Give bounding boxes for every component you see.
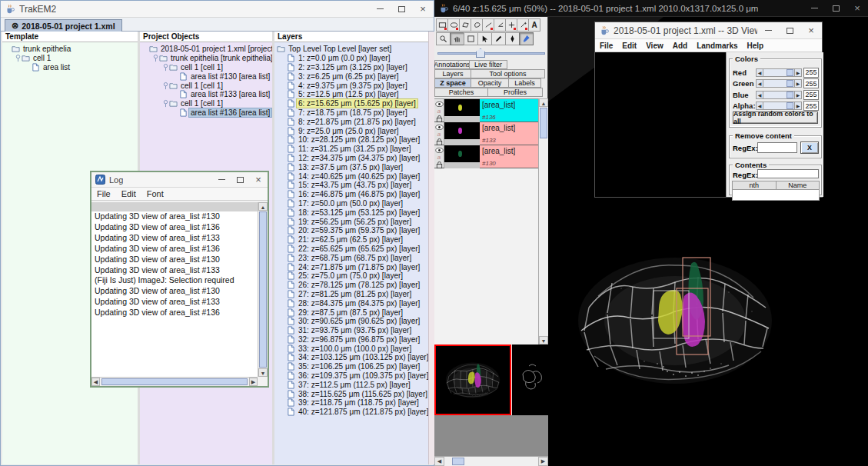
tab-tool-options[interactable]: Tool options (471, 69, 545, 78)
tab-patches[interactable]: Patches (434, 88, 488, 97)
polygon-tool-button[interactable] (459, 18, 471, 32)
slider-thumb[interactable] (787, 69, 793, 76)
remove-regex-input[interactable] (757, 142, 797, 153)
secondary-thumbnail[interactable] (512, 345, 548, 415)
red-slider[interactable]: ◀▶ (756, 68, 802, 77)
log-vscrollbar[interactable]: ▲ ▼ (258, 202, 268, 377)
maximize-button[interactable] (779, 22, 800, 38)
zspace-scrollbar[interactable]: ▲ ▼ (538, 98, 548, 345)
display-window-titlebar[interactable]: 6/40 z:15.625 μm (50%) -- 2018-05-01 pro… (434, 0, 868, 17)
expand-toggle-icon[interactable] (162, 63, 169, 72)
wand-tool-button[interactable] (517, 18, 529, 32)
expand-toggle-icon[interactable] (162, 99, 169, 108)
tree-node[interactable]: cell 1 [cell 1] (140, 63, 272, 72)
maximize-button[interactable] (231, 172, 249, 187)
freehand-tool-button[interactable] (471, 18, 483, 32)
layer-node[interactable]: 5: z=12.5 μm (12.5 px) [layer] (274, 90, 428, 99)
layer-node[interactable]: 32: z=96.875 μm (96.875 px) [layer] (274, 335, 428, 345)
viewer3d-menu-help[interactable]: Help (743, 42, 769, 50)
layer-node[interactable]: 4: z=9.375 μm (9.375 px) [layer] (274, 81, 428, 90)
close-button[interactable]: × (249, 172, 268, 187)
minimize-button[interactable] (757, 22, 779, 38)
maximize-button[interactable] (825, 0, 846, 16)
layer-node[interactable]: 8: z=21.875 μm (21.875 px) [layer] (274, 117, 428, 126)
log-menu-edit[interactable]: Edit (116, 189, 141, 198)
alpha-icon[interactable]: a (437, 131, 441, 138)
maximize-button[interactable] (391, 1, 412, 17)
slider-left-arrow[interactable]: ◀ (757, 92, 763, 98)
log-text-area[interactable]: Updating 3D view of area_list #130Updati… (91, 202, 258, 377)
layer-node[interactable]: 22: z=65.625 μm (65.625 px) [layer] (274, 245, 428, 254)
column-name[interactable]: Name (777, 181, 820, 189)
close-button[interactable]: × (800, 22, 822, 38)
zspace-item[interactable]: [area_list]#133a (434, 122, 538, 145)
stamp-tool-button[interactable] (464, 32, 478, 45)
tab-live-filter[interactable]: Live filter (469, 60, 507, 69)
zspace-item[interactable]: [area_list]#136a (434, 99, 538, 122)
assign-random-colors-button[interactable]: Assign random colors to all (733, 112, 818, 124)
oval-tool-button[interactable] (447, 18, 460, 32)
layer-node[interactable]: 30: z=90.625 μm (90.625 px) [layer] (274, 317, 428, 326)
layer-node[interactable]: 38: z=115.625 μm (115.625 px) [layer] (274, 389, 428, 398)
hand-tool-button[interactable] (450, 32, 464, 45)
point-tool-button[interactable] (505, 18, 517, 32)
tab-annotations[interactable]: Annotations (434, 60, 470, 69)
layer-node[interactable]: 14: z=40.625 μm (40.625 px) [layer] (274, 171, 428, 181)
tree-node[interactable]: area list #130 [area list] (140, 72, 272, 81)
text-tool-button[interactable]: A (528, 18, 540, 32)
tree-node[interactable]: area list (2, 63, 138, 72)
slider-right-arrow[interactable]: ▶ (794, 92, 801, 98)
layer-slider[interactable] (437, 48, 545, 58)
slider-thumb[interactable] (476, 48, 485, 58)
slider-left-arrow[interactable]: ◀ (757, 69, 763, 76)
trakem-titlebar[interactable]: TrakEM2 × (1, 1, 434, 18)
tree-node[interactable]: cell 1 (2, 54, 138, 63)
column-nth[interactable]: nth (733, 181, 777, 189)
angle-tool-button[interactable] (494, 18, 506, 32)
blue-slider[interactable]: ◀▶ (756, 91, 802, 99)
minimize-button[interactable] (803, 0, 825, 16)
layer-node[interactable]: 18: z=53.125 μm (53.125 px) [layer] (274, 208, 428, 217)
layer-node[interactable]: 25: z=75.0 μm (75.0 px) [layer] (274, 271, 428, 281)
alpha-icon[interactable]: a (437, 155, 441, 161)
log-menu-font[interactable]: Font (141, 189, 169, 198)
slider-right-arrow[interactable]: ▶ (794, 102, 801, 109)
layer-node[interactable]: 11: z=31.25 μm (31.25 px) [layer] (274, 145, 428, 154)
rectangle-tool-button[interactable] (436, 18, 448, 32)
arrow-tool-button[interactable] (477, 32, 492, 45)
layer-node[interactable]: 35: z=106.25 μm (106.25 px) [layer] (274, 362, 428, 371)
tree-node[interactable]: 2018-05-01 project 1.xml [project] (140, 45, 272, 54)
layer-node[interactable]: 27: z=81.25 μm (81.25 px) [layer] (274, 290, 428, 299)
tree-node[interactable]: cell 1 [cell 1] (140, 99, 272, 108)
navigator-thumbnail[interactable] (434, 345, 511, 415)
layer-node[interactable]: 3: z=6.25 μm (6.25 px) [layer] (274, 72, 428, 81)
layers-scrollbar[interactable] (428, 32, 434, 464)
tab-opacity[interactable]: Opacity (471, 78, 509, 88)
log-titlebar[interactable]: Log × (91, 172, 268, 188)
alpha-icon[interactable]: a (437, 108, 441, 115)
layer-node[interactable]: 6: z=15.625 μm (15.625 px) [layer] (274, 99, 428, 108)
layer-node[interactable]: 36: z=109.375 μm (109.375 px) [layer] (274, 371, 428, 381)
tab-profiles[interactable]: Profiles (487, 88, 543, 97)
zspace-item[interactable]: [area_list]#130a (434, 145, 538, 168)
close-button[interactable]: × (412, 1, 434, 17)
viewer3d-canvas[interactable] (595, 52, 726, 197)
tree-node[interactable]: cell 1 [cell 1] (140, 81, 272, 90)
layer-node[interactable]: 2: z=3.125 μm (3.125 px) [layer] (274, 63, 428, 72)
tree-node[interactable]: trunk epithelia (2, 45, 138, 54)
slider-thumb[interactable] (787, 80, 793, 87)
tree-node[interactable]: trunk epithelia [trunk epithelia] (140, 54, 272, 63)
panel-hscrollbar[interactable]: ◀ ▶ (434, 456, 548, 466)
tab-close-icon[interactable]: ⊗ (12, 21, 18, 31)
tab-z-space[interactable]: Z space (434, 78, 471, 88)
expand-toggle-icon[interactable] (162, 82, 169, 90)
alpha-slider[interactable]: ◀▶ (756, 102, 802, 110)
tree-node[interactable]: area list #136 [area list] (140, 108, 272, 118)
log-hscrollbar[interactable]: ◀ ▶ (91, 377, 258, 386)
expand-toggle-icon[interactable] (152, 54, 159, 62)
layer-node[interactable]: 7: z=18.75 μm (18.75 px) [layer] (274, 108, 428, 118)
layer-node[interactable]: 26: z=78.125 μm (78.125 px) [layer] (274, 281, 428, 290)
slider-thumb[interactable] (787, 102, 793, 109)
viewer3d-menu-landmarks[interactable]: Landmarks (692, 42, 742, 50)
viewer3d-menu-view[interactable]: View (641, 42, 668, 50)
